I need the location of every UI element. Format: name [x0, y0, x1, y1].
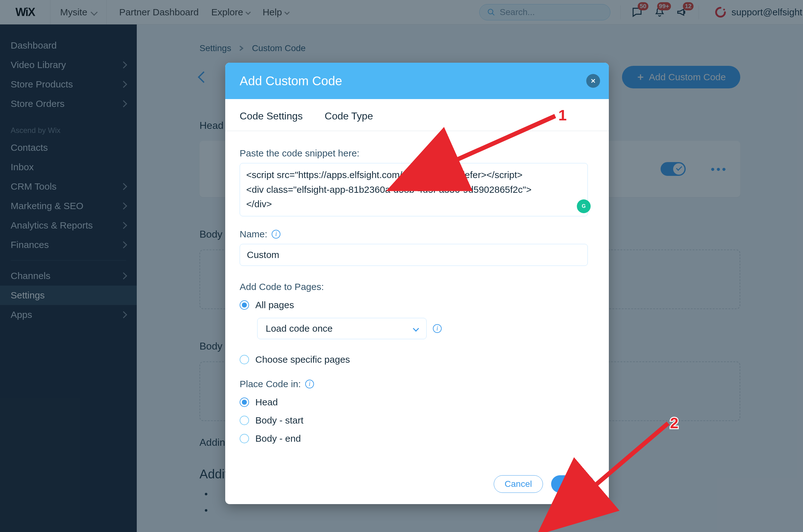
radio-icon	[240, 416, 249, 425]
info-icon[interactable]: i	[305, 380, 314, 388]
name-input[interactable]	[240, 244, 588, 266]
code-content: <script src="https://apps.elfsight.com/p…	[246, 168, 581, 212]
modal-close-button[interactable]	[586, 74, 600, 88]
radio-place-body-start[interactable]: Body - start	[240, 415, 594, 426]
code-textarea[interactable]: <script src="https://apps.elfsight.com/p…	[240, 163, 588, 216]
radio-specific-pages[interactable]: Choose specific pages	[240, 354, 594, 365]
place-code-label-text: Place Code in:	[240, 379, 301, 390]
place-code-label: Place Code in: i	[240, 379, 594, 390]
radio-icon	[240, 300, 249, 310]
modal-footer: Cancel Apply	[225, 444, 609, 504]
paste-code-label: Paste the code snippet here:	[240, 148, 594, 159]
info-icon[interactable]: i	[433, 324, 442, 333]
grammarly-icon[interactable]: G	[577, 200, 591, 213]
load-code-select[interactable]: Load code once	[257, 318, 427, 339]
radio-label: Body - end	[255, 433, 301, 444]
radio-label: Body - start	[255, 415, 303, 426]
radio-place-head[interactable]: Head	[240, 397, 594, 407]
apply-button[interactable]: Apply	[551, 475, 594, 493]
radio-icon	[240, 398, 249, 407]
tab-code-settings[interactable]: Code Settings	[240, 110, 303, 122]
radio-all-pages[interactable]: All pages	[240, 300, 594, 310]
chevron-down-icon	[413, 325, 419, 332]
radio-label: Choose specific pages	[255, 354, 350, 365]
add-to-pages-label: Add Code to Pages:	[240, 282, 594, 292]
close-icon	[590, 78, 596, 84]
select-value: Load code once	[266, 323, 333, 334]
name-label-text: Name:	[240, 229, 267, 240]
radio-icon	[240, 355, 249, 364]
tab-code-type[interactable]: Code Type	[325, 110, 373, 122]
modal-tabs: Code Settings Code Type	[225, 99, 609, 131]
modal-body: Paste the code snippet here: <script src…	[225, 131, 609, 444]
info-icon[interactable]: i	[272, 230, 280, 239]
add-custom-code-modal: Add Custom Code Code Settings Code Type …	[225, 63, 609, 504]
modal-header: Add Custom Code	[225, 63, 609, 99]
radio-label: Head	[255, 397, 278, 407]
radio-icon	[240, 434, 249, 443]
radio-place-body-end[interactable]: Body - end	[240, 433, 594, 444]
modal-title: Add Custom Code	[240, 74, 342, 88]
radio-label: All pages	[255, 300, 294, 310]
name-label: Name: i	[240, 229, 594, 240]
cancel-button[interactable]: Cancel	[494, 475, 543, 493]
